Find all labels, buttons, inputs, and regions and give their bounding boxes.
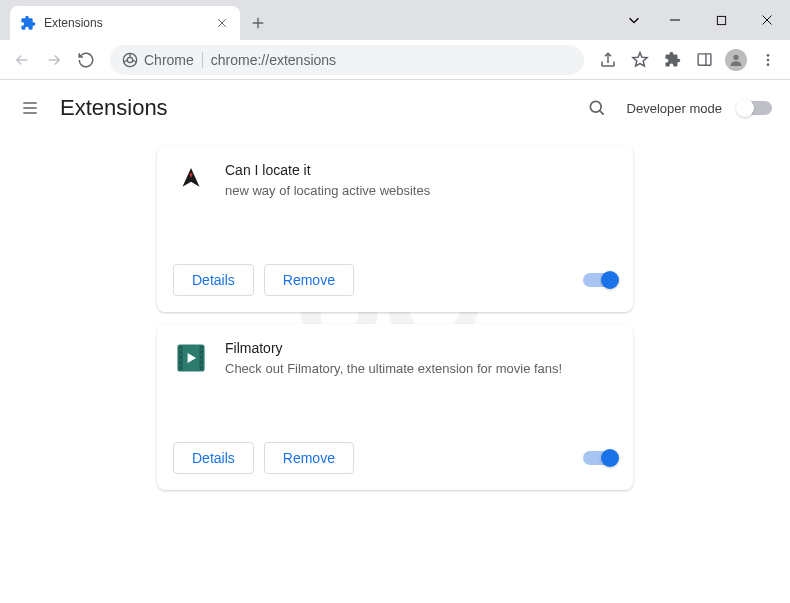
svg-point-18 [200,359,202,361]
svg-point-2 [127,57,132,62]
extensions-list: Can I locate it new way of locating acti… [0,136,790,500]
svg-point-14 [180,359,182,361]
extension-card: Filmatory Check out Filmatory, the ultim… [157,324,633,490]
svg-point-7 [767,63,770,66]
svg-point-4 [733,54,738,59]
extensions-button[interactable] [658,46,686,74]
maximize-button[interactable] [698,0,744,40]
toggle-knob [601,271,619,289]
extension-description: Check out Filmatory, the ultimate extens… [225,360,617,378]
svg-point-17 [200,354,202,356]
back-button[interactable] [8,46,36,74]
extension-name: Filmatory [225,340,617,356]
remove-button[interactable]: Remove [264,264,354,296]
window-titlebar: Extensions [0,0,790,40]
extension-toggle[interactable] [583,451,617,465]
share-button[interactable] [594,46,622,74]
extensions-page-header: Extensions Developer mode [0,80,790,136]
profile-button[interactable] [722,46,750,74]
toggle-knob [601,449,619,467]
remove-button[interactable]: Remove [264,442,354,474]
svg-rect-3 [698,54,711,65]
svg-point-6 [767,58,770,61]
tab-title: Extensions [44,16,206,30]
svg-point-16 [200,348,202,350]
page-title: Extensions [60,95,168,121]
reload-button[interactable] [72,46,100,74]
close-window-button[interactable] [744,0,790,40]
omnibox-divider [202,52,203,68]
extension-name: Can I locate it [225,162,617,178]
tabs-dropdown-button[interactable] [616,0,652,40]
svg-point-12 [180,348,182,350]
details-button[interactable]: Details [173,442,254,474]
side-panel-button[interactable] [690,46,718,74]
bookmark-button[interactable] [626,46,654,74]
chrome-logo-icon [122,52,138,68]
url-text: chrome://extensions [211,52,336,68]
svg-point-19 [200,364,202,366]
avatar-icon [725,49,747,71]
browser-tab[interactable]: Extensions [10,6,240,40]
extension-card: Can I locate it new way of locating acti… [157,146,633,312]
extension-toggle[interactable] [583,273,617,287]
toggle-knob [736,99,754,117]
extension-icon [173,162,209,198]
developer-mode-toggle[interactable] [738,101,772,115]
new-tab-button[interactable] [244,9,272,37]
details-button[interactable]: Details [173,264,254,296]
site-label: Chrome [144,52,194,68]
extension-description: new way of locating active websites [225,182,617,200]
svg-point-15 [180,364,182,366]
svg-rect-0 [717,16,725,24]
forward-button[interactable] [40,46,68,74]
hamburger-menu-button[interactable] [18,96,42,120]
svg-point-5 [767,54,770,57]
browser-toolbar: Chrome chrome://extensions [0,40,790,80]
menu-button[interactable] [754,46,782,74]
puzzle-piece-icon [20,15,36,31]
developer-mode-label: Developer mode [627,101,722,116]
address-bar[interactable]: Chrome chrome://extensions [110,45,584,75]
search-icon [587,98,607,118]
close-tab-button[interactable] [214,15,230,31]
search-extensions-button[interactable] [583,94,611,122]
svg-point-13 [180,354,182,356]
svg-point-8 [590,101,601,112]
extension-icon [173,340,209,376]
site-info-button[interactable]: Chrome [122,52,194,68]
minimize-button[interactable] [652,0,698,40]
